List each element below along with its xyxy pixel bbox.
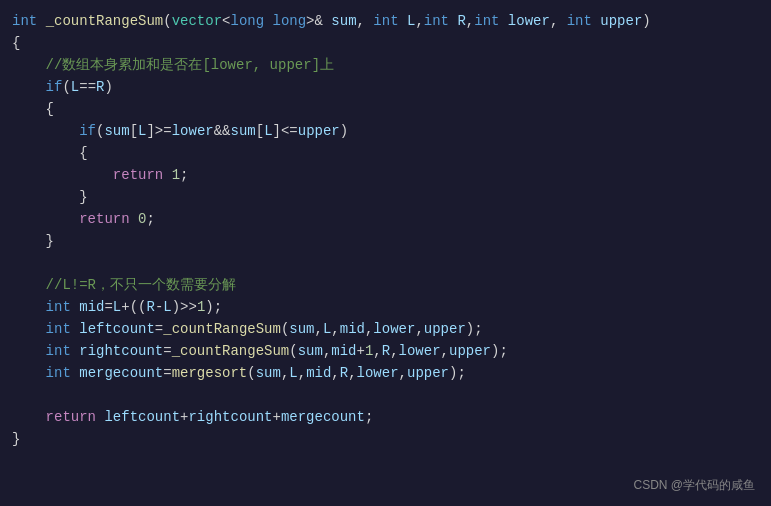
code-line: return 0; <box>12 208 759 230</box>
code-line: //L!=R，不只一个数需要分解 <box>12 274 759 296</box>
code-line: if(L==R) <box>12 76 759 98</box>
code-line: { <box>12 32 759 54</box>
code-line <box>12 384 759 406</box>
code-line: } <box>12 428 759 450</box>
watermark: CSDN @学代码的咸鱼 <box>633 477 755 494</box>
code-line: int rightcount=_countRangeSum(sum,mid+1,… <box>12 340 759 362</box>
code-line: return leftcount+rightcount+mergecount; <box>12 406 759 428</box>
code-line <box>12 252 759 274</box>
code-line: //数组本身累加和是否在[lower, upper]上 <box>12 54 759 76</box>
code-line: if(sum[L]>=lower&&sum[L]<=upper) <box>12 120 759 142</box>
code-line: int mergecount=mergesort(sum,L,mid,R,low… <box>12 362 759 384</box>
code-line: } <box>12 230 759 252</box>
code-block: int _countRangeSum(vector<long long>& su… <box>12 10 759 450</box>
code-container: int _countRangeSum(vector<long long>& su… <box>0 0 771 506</box>
code-line: int mid=L+((R-L)>>1); <box>12 296 759 318</box>
code-line: return 1; <box>12 164 759 186</box>
code-line: { <box>12 98 759 120</box>
code-line: int _countRangeSum(vector<long long>& su… <box>12 10 759 32</box>
code-line: int leftcount=_countRangeSum(sum,L,mid,l… <box>12 318 759 340</box>
code-line: { <box>12 142 759 164</box>
code-line: } <box>12 186 759 208</box>
